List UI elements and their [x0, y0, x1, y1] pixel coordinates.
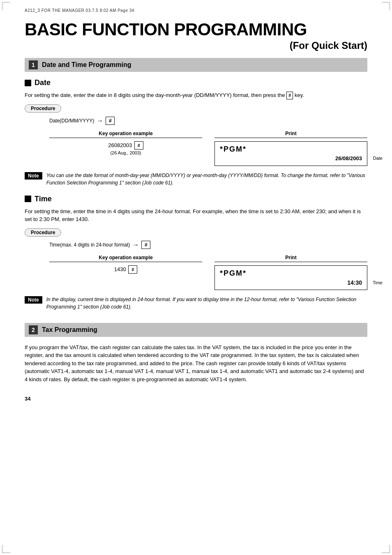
date-print-header: Print [214, 131, 367, 138]
tax-body-text: If you program the VAT/tax, the cash reg… [25, 343, 367, 384]
time-diagram-arrow: → [132, 241, 139, 249]
section2-number: 2 [29, 325, 38, 334]
time-note-label: Note [25, 296, 42, 304]
header-meta: A212_3 FOR THE MANAGER 03.7.5 8:02 AM Pa… [25, 8, 367, 13]
page-number: 34 [25, 396, 367, 402]
date-operation-print: Key operation example 26082003 # (26 Aug… [49, 131, 367, 166]
hash-key-inline: # [286, 92, 293, 99]
time-op-header: Key operation example [49, 255, 202, 262]
main-title: BASIC FUNCTION PROGRAMMING [25, 20, 367, 39]
date-diagram-key: # [106, 117, 115, 125]
time-heading: Time [25, 195, 367, 203]
date-note-label: Note [25, 172, 42, 180]
date-print-tag: Date [373, 156, 383, 161]
time-note-box: Note In the display, current time is dis… [25, 296, 367, 311]
time-print-receipt: *PGM* 14:30 Time [214, 265, 367, 290]
date-print-date-line: 26/08/2003 Date [220, 155, 362, 161]
date-body-text: For setting the date, enter the date in … [25, 91, 367, 99]
time-procedure-label: Procedure [25, 228, 367, 241]
section1-bar: 1 Date and Time Programming [25, 58, 367, 72]
crop-mark-br [382, 545, 390, 553]
date-print-date: 26/08/2003 [335, 155, 362, 161]
time-square-icon [25, 196, 31, 202]
time-body-text: For setting the time, enter the time in … [25, 207, 367, 223]
time-print-header: Print [214, 255, 367, 262]
time-procedure-diagram: Time(max. 4 digits in 24-hour format) → … [49, 241, 367, 249]
time-op-example: 1430 # [49, 265, 202, 274]
main-subtitle: (For Quick Start) [25, 40, 367, 51]
crop-mark-tl [2, 2, 10, 10]
date-diagram-arrow: → [97, 117, 103, 124]
date-procedure-label: Procedure [25, 104, 367, 117]
date-op-value: 26082003 [108, 142, 132, 148]
date-print-pgm: *PGM* [220, 145, 362, 154]
section2-bar: 2 Tax Programming [25, 323, 367, 337]
section1-title: Date and Time Programming [42, 61, 131, 69]
date-operation-section: Key operation example 26082003 # (26 Aug… [49, 131, 202, 156]
time-heading-text: Time [35, 195, 52, 203]
time-print-section: Print *PGM* 14:30 Time [214, 255, 367, 290]
date-op-key: # [134, 141, 143, 150]
date-procedure-badge: Procedure [25, 104, 61, 113]
time-print-tag: Time [373, 280, 383, 285]
date-op-sub: (26 Aug., 2003) [110, 150, 141, 155]
date-print-receipt: *PGM* 26/08/2003 Date [214, 141, 367, 166]
crop-mark-tr [382, 2, 390, 10]
date-op-header: Key operation example [49, 131, 202, 138]
time-note-text: In the display, current time is displaye… [46, 296, 367, 311]
date-square-icon [25, 80, 31, 86]
section1-number: 1 [29, 60, 38, 69]
time-print-pgm: *PGM* [220, 269, 362, 278]
date-note-box: Note You can use the date format of mont… [25, 172, 367, 187]
crop-mark-bl [2, 545, 10, 553]
date-note-text: You can use the date format of month-day… [46, 172, 367, 187]
date-procedure-diagram: Date(DD/MM/YYYY) → # [49, 117, 367, 125]
time-procedure-badge: Procedure [25, 228, 61, 237]
time-op-value: 1430 [114, 266, 126, 272]
section2-title: Tax Programming [42, 326, 97, 334]
time-operation-section: Key operation example 1430 # [49, 255, 202, 274]
date-heading: Date [25, 78, 367, 87]
time-print-time: 14:30 [347, 279, 362, 286]
date-op-example: 26082003 # (26 Aug., 2003) [49, 141, 202, 156]
date-print-section: Print *PGM* 26/08/2003 Date [214, 131, 367, 166]
time-print-time-line: 14:30 Time [220, 279, 362, 286]
time-operation-print: Key operation example 1430 # Print *PGM*… [49, 255, 367, 290]
time-op-key: # [128, 265, 137, 274]
time-diagram-text: Time(max. 4 digits in 24-hour format) [49, 242, 130, 248]
date-diagram-text: Date(DD/MM/YYYY) [49, 118, 94, 124]
page-container: A212_3 FOR THE MANAGER 03.7.5 8:02 AM Pa… [0, 0, 392, 555]
date-heading-text: Date [35, 78, 51, 87]
time-diagram-key: # [141, 241, 150, 249]
